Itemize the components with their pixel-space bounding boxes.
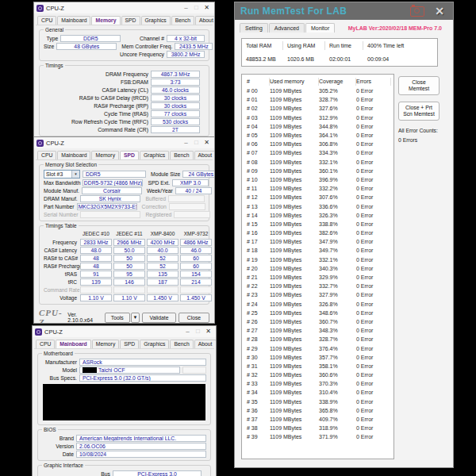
tab-spd[interactable]: SPD [121,16,140,25]
desktop-background: CPU-Z – □ ✕ CPUMainboardMemorySPDGraphic… [0,0,476,476]
memtest-row: # 321109 MBytes360.6%0 Error [242,370,393,379]
minimize-icon[interactable]: – [181,137,191,148]
graphic-bus-value: PCI-Express 3.0 [113,470,202,476]
memtest-cell: 1109 MBytes [270,132,319,138]
cell: Coverage [319,78,356,86]
tab-bench[interactable]: Bench [170,151,193,159]
tab-memory[interactable]: Memory [91,16,120,25]
maximize-icon[interactable]: □ [191,137,202,148]
minimize-icon[interactable]: – [181,2,191,13]
memtest-cell: 0 Error [356,328,391,333]
tools-dropdown-arrow[interactable]: ▾ [131,313,140,323]
row-label: RAS# to CAS# [44,255,79,261]
close-icon[interactable]: ✕ [202,2,212,13]
tab-spd[interactable]: SPD [120,151,139,159]
tab-memory[interactable]: Memory [92,340,120,348]
timings-rows: DRAM Frequency4867.3 MHzFSB:DRAM3:73CAS#… [44,70,205,133]
memtest-cell: # 20 [247,266,270,271]
validate-button[interactable]: Validate [142,313,176,323]
field-row: Cycle Time (tRAS)77 clocks [44,109,205,117]
window-title: CPU-Z [46,5,181,12]
tab-monitor[interactable]: Monitor [305,23,335,33]
memtest-cell: 1109 MBytes [270,310,319,316]
tab-spd[interactable]: SPD [120,340,139,348]
tab-memory[interactable]: Memory [91,151,119,159]
tab-divider [36,25,213,25]
tab-graphics[interactable]: Graphics [140,151,169,159]
timing-value: 1.450 V [180,294,212,301]
memtest-cell: 0 Error [356,257,391,263]
tab-graphics[interactable]: Graphics [141,16,171,25]
close-prtscn-memtest-button[interactable]: Close + Prt Scn Memtest [398,102,440,121]
memtest-cell: # 15 [247,221,270,227]
tab-cpu[interactable]: CPU [36,340,55,348]
tab-bench[interactable]: Bench [170,340,193,348]
memtest-cell: 0 Error [356,97,391,102]
close-button[interactable]: Close [178,313,209,323]
memtest-cell: 0 Error [356,132,391,138]
timing-value: 2966 MHz [113,239,145,246]
timing-value: 187 [147,278,178,286]
minimize-icon[interactable]: – [182,326,193,337]
camera-icon[interactable] [410,6,424,17]
memtest-cell: # 33 [247,381,270,386]
memtest-cell: 1109 MBytes [270,390,319,395]
tab-cpu[interactable]: CPU [37,151,56,159]
field-row: Date10/08/2024 [42,450,206,458]
memtest-cell: 307.6% [319,194,356,200]
memtest-window: Run MemTest For LAB ✕ SettingAdvancedMon… [234,2,454,468]
tab-graphics[interactable]: Graphics [140,340,169,348]
timing-value: 40.0 [147,247,178,254]
tab-about[interactable]: About [194,340,217,348]
close-icon[interactable]: ✕ [432,3,447,19]
close-icon[interactable]: ✕ [203,326,213,337]
tab-advanced[interactable]: Advanced [269,23,305,33]
field-value: SK Hynix [80,195,140,202]
timing-value: 48 [80,263,112,270]
tab-divider [36,159,213,160]
close-memtest-button[interactable]: Close Memtest [398,76,440,95]
memtest-cell: 1109 MBytes [270,434,319,440]
thread-coverage-table[interactable]: #Used memoryCoverageErrors # 001109 MByt… [241,74,394,459]
tab-mainboard[interactable]: Mainboard [57,16,90,25]
tab-about[interactable]: About [195,16,215,25]
redaction-box [43,384,205,420]
memtest-cell: 0 Error [356,213,391,218]
cell: 00:09:04 [363,56,419,62]
info-value-row: 48853.2 MB1020.6 MB02:00:0100:09:04 [242,52,437,66]
field-label: Brand [42,436,74,441]
maximize-icon[interactable]: □ [193,326,203,337]
field-row: Uncore Frequency 3800.2 MHz [44,50,205,58]
tab-mainboard[interactable]: Mainboard [56,340,90,348]
tab-about[interactable]: About [194,151,216,159]
timing-value [147,286,178,294]
memtest-cell: 1109 MBytes [270,283,319,289]
bus-specs-value: PCI-Express 5.0 (32.0 GT/s) [79,374,206,382]
maximize-icon[interactable]: □ [191,2,202,13]
field-label: Buffered [145,196,166,202]
field-label: Mem Controller Freq. [121,44,172,49]
field-value: 530 clocks [151,118,200,125]
memtest-row: # 181109 MBytes349.7%0 Error [242,246,393,255]
tab-mainboard[interactable]: Mainboard [57,151,90,159]
memtest-cell: # 00 [247,88,270,94]
memtest-cell: 0 Error [356,319,391,324]
memtest-cell: 1109 MBytes [270,328,319,333]
tab-cpu[interactable]: CPU [37,16,56,25]
memtest-cell: 0 Error [356,204,391,209]
memtest-cell: # 16 [247,230,270,236]
close-icon[interactable]: ✕ [202,137,212,148]
slot-select-dropdown[interactable]: Slot #3 ▾ [44,170,80,178]
memtest-cell: 409.7% [319,416,356,422]
tools-button[interactable]: Tools [105,313,130,323]
cpuz-spd-window: CPU-Z – □ ✕ CPUMainboardMemorySPDGraphic… [33,136,215,324]
version-text: Ver. 2.10.0.x64 [67,312,99,323]
memtest-row: # 031109 MBytes312.9%0 Error [242,113,393,122]
memtest-cell: # 05 [247,132,270,138]
timing-value: 1.10 V [113,294,145,301]
timing-value: 52 [147,255,178,262]
tab-bench[interactable]: Bench [171,16,194,25]
memtest-cell: 327.6% [319,106,356,111]
tab-setting[interactable]: Setting [240,23,268,33]
memtest-cell: 0 Error [356,355,391,360]
